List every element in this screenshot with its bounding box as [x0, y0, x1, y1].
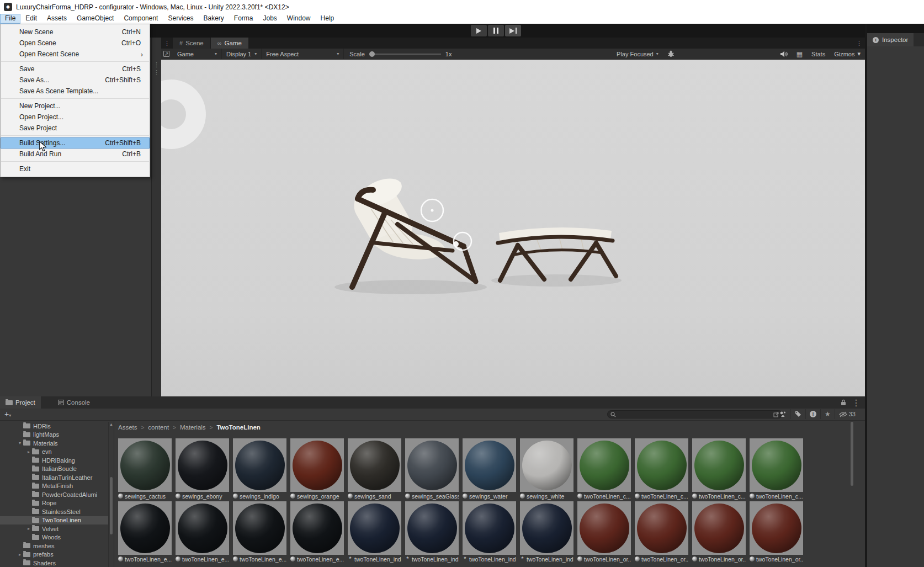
- hidden-count[interactable]: 33: [835, 409, 859, 419]
- tab-console[interactable]: Console: [51, 396, 97, 409]
- tree-item-powdercoatedalumi[interactable]: PowderCoatedAlumi: [0, 490, 108, 499]
- menu-item-open-project[interactable]: Open Project...: [1, 112, 150, 123]
- play-button[interactable]: [471, 25, 487, 36]
- tree-item-shaders[interactable]: Shaders: [0, 559, 108, 567]
- aspect-dropdown[interactable]: Free Aspect▾: [262, 49, 344, 59]
- material-tile[interactable]: sewings_cactus: [118, 438, 172, 500]
- menu-bakery[interactable]: Bakery: [198, 14, 229, 24]
- pause-button[interactable]: [488, 25, 504, 36]
- menu-gameobject[interactable]: GameObject: [72, 14, 119, 24]
- material-tile[interactable]: sewings_water: [463, 438, 516, 500]
- material-tile[interactable]: twoToneLinen_e...: [118, 501, 172, 563]
- pane-menu-icon-right[interactable]: ⋮: [853, 38, 865, 49]
- favorites-icon[interactable]: ★: [820, 409, 835, 419]
- lock-icon[interactable]: [841, 399, 846, 406]
- breadcrumb-assets[interactable]: Assets: [118, 424, 137, 431]
- menu-forma[interactable]: Forma: [229, 14, 258, 24]
- tree-item-metalfinish[interactable]: MetalFinish: [0, 482, 108, 491]
- pane-divider-strip[interactable]: ⋮ ⋮: [152, 38, 162, 396]
- material-tile[interactable]: sewings_sand: [348, 438, 401, 500]
- menu-item-save[interactable]: SaveCtrl+S: [1, 63, 150, 75]
- stats-toggle[interactable]: Stats: [807, 49, 830, 59]
- material-tile[interactable]: sewings_seaGlass: [405, 438, 459, 500]
- material-tile[interactable]: twoToneLinen_e...: [176, 501, 229, 563]
- kebab-icon[interactable]: ⋮: [152, 61, 161, 68]
- tab-inspector[interactable]: i Inspector: [867, 33, 914, 46]
- menu-item-exit[interactable]: Exit: [1, 163, 150, 174]
- pane-menu-icon[interactable]: ⋮: [161, 38, 173, 49]
- menu-jobs[interactable]: Jobs: [258, 14, 282, 24]
- material-tile[interactable]: twoToneLinen_c...: [577, 438, 631, 500]
- menu-item-save-project[interactable]: Save Project: [1, 123, 150, 134]
- material-tile[interactable]: twoToneLinen_c...: [635, 438, 688, 500]
- kebab-icon[interactable]: ⋮: [152, 68, 161, 76]
- game-viewport[interactable]: [161, 60, 865, 396]
- menu-item-open-recent-scene[interactable]: Open Recent Scene›: [1, 49, 150, 60]
- menu-window[interactable]: Window: [282, 14, 316, 24]
- tree-item-italianturinleather[interactable]: ItalianTurinLeather: [0, 473, 108, 482]
- menu-item-build-and-run[interactable]: Build And RunCtrl+B: [1, 149, 150, 160]
- create-asset-button[interactable]: +▾: [4, 410, 11, 418]
- tree-item-italianboucle[interactable]: ItalianBoucle: [0, 465, 108, 474]
- kebab-icon[interactable]: ⋮: [852, 398, 861, 408]
- menu-services[interactable]: Services: [163, 14, 198, 24]
- material-tile[interactable]: twoToneLinen_c...: [692, 438, 746, 500]
- menu-item-save-as-scene-template[interactable]: Save As Scene Template...: [1, 86, 150, 97]
- tree-item-stainlesssteel[interactable]: StainlessSteel: [0, 507, 108, 516]
- breadcrumb-materials[interactable]: Materials: [180, 424, 206, 431]
- material-tile[interactable]: twoToneLinen_or...: [577, 501, 631, 563]
- maximize-on-play-icon[interactable]: ↗: [163, 51, 169, 57]
- tree-item-prefabs[interactable]: ▸prefabs: [0, 550, 108, 559]
- tree-item-evn[interactable]: ▸evn: [0, 448, 108, 457]
- menu-item-save-as[interactable]: Save As...Ctrl+Shift+S: [1, 75, 150, 86]
- tree-scrollbar-thumb[interactable]: [110, 477, 113, 534]
- material-tile[interactable]: twoToneLinen_or...: [692, 501, 746, 563]
- debug-bug-icon[interactable]: [663, 49, 679, 59]
- layout-grid-icon[interactable]: ▦: [792, 49, 807, 59]
- menu-edit[interactable]: Edit: [20, 14, 42, 24]
- menu-file[interactable]: File: [0, 14, 20, 24]
- menu-item-build-settings[interactable]: Build Settings...Ctrl+Shift+B: [1, 137, 150, 149]
- tree-item-woods[interactable]: Woods: [0, 533, 108, 542]
- material-tile[interactable]: sewings_orange: [290, 438, 344, 500]
- tab-scene[interactable]: # Scene: [173, 38, 210, 49]
- grid-scrollbar-thumb[interactable]: [851, 422, 853, 486]
- scale-slider[interactable]: [369, 54, 441, 55]
- tree-item-velvet[interactable]: ▸Velvet: [0, 524, 108, 533]
- menu-item-new-scene[interactable]: New SceneCtrl+N: [1, 27, 150, 38]
- menu-assets[interactable]: Assets: [42, 14, 72, 24]
- tree-item-twotonelinen[interactable]: TwoToneLinen: [0, 516, 108, 525]
- grid-scrollbar[interactable]: [849, 421, 854, 567]
- material-tile[interactable]: twoToneLinen_e...: [233, 501, 286, 563]
- breadcrumb-twotonelinen[interactable]: TwoToneLinen: [216, 424, 260, 431]
- menu-item-new-project[interactable]: New Project...: [1, 100, 150, 112]
- breadcrumb-content[interactable]: content: [148, 424, 169, 431]
- tree-item-meshes[interactable]: meshes: [0, 542, 108, 550]
- play-focused-dropdown[interactable]: Play Focused▾: [612, 49, 663, 59]
- game-popup-dropdown[interactable]: Game▾: [173, 49, 222, 59]
- material-tile[interactable]: sewings_ebony: [176, 438, 229, 500]
- material-tile[interactable]: sewings_white: [520, 438, 573, 500]
- menu-help[interactable]: Help: [316, 14, 339, 24]
- tree-item-hdribaking[interactable]: HDRiBaking: [0, 456, 108, 465]
- material-tile[interactable]: twoToneLinen_c...: [750, 438, 803, 500]
- tab-game[interactable]: ∞ Game: [211, 38, 248, 49]
- scroll-up-icon[interactable]: ▲: [109, 422, 114, 427]
- material-tile[interactable]: *twoToneLinen_ind...: [463, 501, 516, 563]
- mute-audio-icon[interactable]: [776, 49, 792, 59]
- material-tile[interactable]: twoToneLinen_e...: [290, 501, 344, 563]
- material-tile[interactable]: *twoToneLinen_ind...: [405, 501, 459, 563]
- tree-item-materials[interactable]: ▾Materials: [0, 439, 108, 448]
- project-search[interactable]: [607, 410, 783, 418]
- label-tag-icon[interactable]: [790, 409, 805, 419]
- display-dropdown[interactable]: Display 1▾: [222, 49, 262, 59]
- step-button[interactable]: [505, 25, 521, 36]
- menu-component[interactable]: Component: [119, 14, 163, 24]
- material-tile[interactable]: sewings_indigo: [233, 438, 286, 500]
- warnings-icon[interactable]: !: [805, 409, 820, 419]
- material-tile[interactable]: *twoToneLinen_ind...: [348, 501, 401, 563]
- material-tile[interactable]: twoToneLinen_or...: [635, 501, 688, 563]
- tree-item-lightmaps[interactable]: lightMaps: [0, 431, 108, 439]
- tab-project[interactable]: Project: [0, 396, 41, 409]
- tree-scrollbar[interactable]: ▲: [108, 422, 114, 567]
